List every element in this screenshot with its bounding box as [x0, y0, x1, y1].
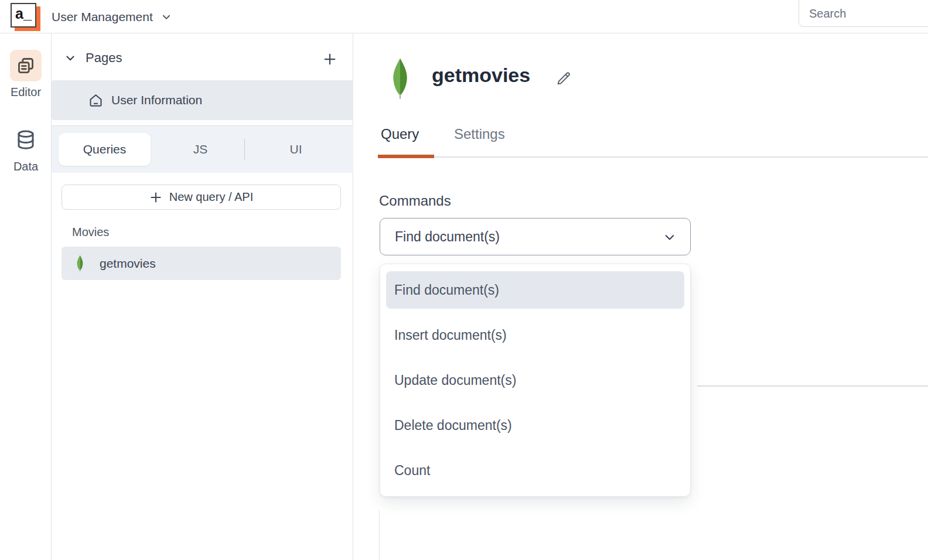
commands-dropdown-menu: Find document(s) Insert document(s) Upda…	[380, 264, 691, 497]
plus-icon	[149, 191, 162, 204]
section-divider-line	[697, 385, 928, 387]
dropdown-option-label: Update document(s)	[394, 373, 516, 388]
database-icon	[10, 124, 42, 156]
dropdown-option-find[interactable]: Find document(s)	[386, 271, 684, 309]
dropdown-option-count[interactable]: Count	[386, 452, 684, 489]
commands-label: Commands	[379, 193, 451, 209]
dropdown-option-delete[interactable]: Delete document(s)	[386, 407, 684, 444]
tab-queries-label: Queries	[83, 142, 127, 156]
tab-queries[interactable]: Queries	[59, 133, 151, 166]
pages-panel: Pages User Information Queries JS	[52, 33, 353, 560]
tab-settings-label: Settings	[454, 126, 505, 142]
page-item-label: User Information	[111, 93, 202, 107]
query-item-label: getmovies	[100, 257, 156, 271]
home-icon	[88, 93, 104, 108]
tab-divider-line	[378, 156, 928, 158]
dropdown-option-label: Insert document(s)	[394, 327, 507, 343]
search-input[interactable]	[799, 0, 928, 27]
page-item-user-information[interactable]: User Information	[52, 80, 353, 120]
add-page-button[interactable]	[320, 50, 339, 69]
mongodb-leaf-icon-large	[390, 54, 411, 103]
editor-pages-icon	[10, 50, 42, 81]
top-bar: a_ User Management	[0, 0, 928, 33]
dropdown-option-label: Delete document(s)	[394, 418, 512, 433]
tab-settings[interactable]: Settings	[454, 126, 505, 142]
active-tab-underline	[378, 155, 434, 158]
query-item-getmovies[interactable]: getmovies	[62, 247, 341, 280]
tab-js-label: JS	[193, 142, 208, 156]
pages-header: Pages	[52, 44, 353, 72]
main-content: getmovies Query Settings Commands Find d…	[353, 33, 928, 560]
query-title: getmovies	[432, 64, 530, 87]
rail-label-editor: Editor	[0, 86, 52, 99]
select-chevron-down-icon	[663, 231, 676, 244]
edit-pencil-icon[interactable]	[552, 67, 575, 90]
query-group-label: Movies	[72, 226, 109, 239]
tab-ui-label: UI	[290, 142, 302, 156]
commands-select-value: Find document(s)	[395, 229, 500, 245]
dropdown-option-label: Find document(s)	[394, 282, 499, 298]
left-rail: Editor Data	[0, 33, 52, 560]
new-query-button[interactable]: New query / API	[62, 185, 341, 210]
mongodb-leaf-icon	[76, 255, 84, 272]
pages-title: Pages	[86, 50, 122, 66]
editor-segmented-control: Queries JS UI	[52, 126, 353, 173]
tab-js[interactable]: JS	[171, 126, 230, 173]
dropdown-option-update[interactable]: Update document(s)	[386, 361, 684, 399]
rail-item-data[interactable]: Data	[0, 124, 52, 173]
tab-ui[interactable]: UI	[267, 126, 325, 173]
tab-query-label: Query	[381, 126, 419, 142]
commands-select[interactable]: Find document(s)	[380, 218, 691, 255]
logo-text: a_	[15, 6, 32, 21]
chevron-down-icon	[161, 12, 172, 22]
app-switcher[interactable]: User Management	[52, 0, 172, 33]
segment-divider	[244, 139, 245, 160]
appsmith-logo[interactable]: a_	[11, 3, 36, 28]
new-query-label: New query / API	[169, 190, 253, 204]
dropdown-option-label: Count	[394, 463, 430, 479]
pages-collapse-chevron-icon[interactable]	[64, 52, 76, 64]
dropdown-option-insert[interactable]: Insert document(s)	[386, 316, 684, 354]
tab-query[interactable]: Query	[381, 126, 419, 142]
form-card-left-border	[379, 510, 380, 560]
app-name: User Management	[52, 10, 153, 24]
rail-label-data: Data	[0, 160, 52, 173]
app-screen: a_ User Management Editor	[0, 0, 928, 560]
rail-item-editor[interactable]: Editor	[0, 50, 52, 99]
